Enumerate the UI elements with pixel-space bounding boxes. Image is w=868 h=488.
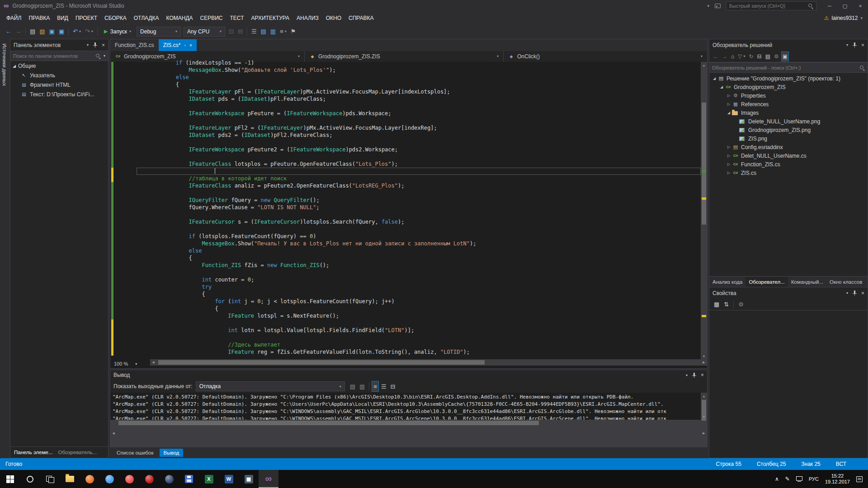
menu-item[interactable]: ОТЛАДКА [130, 13, 163, 23]
se-forward-button[interactable]: → [721, 52, 729, 61]
taskbar-save-app[interactable] [179, 470, 199, 488]
code-line[interactable]: MessageBox.Show("Печаль! У вас в Lots_Pl… [137, 240, 701, 247]
find-button[interactable]: ☰ [250, 26, 259, 37]
pin-icon[interactable] [692, 373, 697, 378]
code-line[interactable]: int lotn = lotspl.Value[lotspl.Fields.Fi… [137, 327, 701, 334]
code-line[interactable]: { [137, 254, 701, 262]
bookmark-button[interactable]: ⚑ [289, 26, 298, 37]
taskbar-word[interactable]: W [219, 470, 239, 488]
tree-item[interactable]: ◢▤Решение "Grodnogiprozem_ZIS" (проектов… [709, 74, 868, 83]
code-line[interactable]: if (indexLotsplos == -1) [137, 59, 701, 66]
code-line[interactable] [137, 117, 701, 124]
code-line[interactable]: try [137, 283, 701, 291]
code-line[interactable] [137, 168, 701, 175]
scroll-right-icon[interactable]: ▶ [701, 359, 707, 366]
editor-horizontal-scrollbar[interactable]: ◀ ▶ [150, 359, 707, 366]
scrollbar-track[interactable] [117, 420, 701, 447]
code-line[interactable] [137, 153, 701, 160]
tree-item[interactable]: Grodnogiprozem_ZIS.png [709, 126, 868, 134]
se-collapse-all-button[interactable]: ⊟ [756, 52, 763, 61]
code-line[interactable]: IFeature reg = fZis.GetFeatureValueFild(… [137, 348, 701, 356]
code-line[interactable]: IQueryFilter fQuery = new QueryFilter(); [137, 197, 701, 204]
taskbar-browser-blue[interactable] [99, 470, 119, 488]
code-analysis-tab[interactable]: Анализ кода [709, 277, 745, 287]
tree-item[interactable]: ▷▤Config.esriaddinx [709, 143, 868, 151]
tab-zis[interactable]: ZIS.cs*▫× [159, 39, 197, 51]
open-file-button[interactable]: ▧ [38, 26, 47, 37]
tree-item[interactable]: Delete_NULL_UserName.png [709, 117, 868, 126]
se-preview-button[interactable]: ▣ [781, 52, 789, 61]
pin-icon[interactable] [93, 42, 98, 47]
data-sources-tab[interactable]: Источники данных [2, 43, 7, 86]
code-line[interactable]: IDataset pds = (IDataset)pFl.FeatureClas… [137, 95, 701, 103]
code-line[interactable] [137, 334, 701, 341]
class-view-tab[interactable]: Окно классов [826, 277, 865, 287]
taskbar-start[interactable] [0, 470, 20, 488]
platform-dropdown[interactable]: Any CPU ▾ [184, 27, 225, 37]
toolbox-item[interactable]: ▤Фрагмент HTML [10, 80, 108, 89]
zoom-control[interactable]: 100 % ▾ [110, 359, 150, 368]
save-button[interactable]: ▣ [47, 26, 57, 37]
clock[interactable]: 15:22 19.12.2017 [825, 473, 850, 485]
taskbar-file-explorer[interactable] [60, 470, 80, 488]
back-button[interactable]: ← [4, 26, 13, 37]
scroll-down-icon[interactable]: ▼ [701, 353, 707, 359]
se-back-button[interactable]: ← [712, 52, 720, 61]
menu-item[interactable]: ПРАВКА [25, 13, 53, 23]
code-line[interactable]: IFeatureWorkspace pFeuture2 = (IFeatureW… [137, 146, 701, 153]
account-area[interactable]: ⚠ laines9312 ▾ [824, 15, 868, 21]
menu-item[interactable]: СЕРВИС [197, 13, 226, 23]
expander-icon[interactable]: ▷ [726, 102, 732, 106]
server-explorer-tab[interactable]: Обозреватель... [58, 450, 97, 455]
code-line[interactable] [137, 139, 701, 146]
menu-item[interactable]: СПРАВКА [345, 13, 377, 23]
expander-icon[interactable]: ▷ [726, 171, 732, 175]
toolbox-item[interactable]: ▤Текст: D:\Проекты C#\Fi... [10, 89, 108, 99]
expander-icon[interactable]: ▷ [726, 154, 732, 158]
code-line[interactable]: IFeatureLayer pFl2 = (IFeatureLayer)pMx.… [137, 124, 701, 131]
start-debug-button[interactable]: ▶ Запуск ▾ [100, 26, 135, 37]
expander-icon[interactable]: ◢ [718, 85, 725, 89]
tree-item[interactable]: ◢Images [709, 108, 868, 117]
output-prev-message-button[interactable]: ▤ [348, 381, 357, 392]
hidden-icons-chevron-icon[interactable]: ∧ [775, 476, 779, 482]
code-line[interactable]: //Здесь вылетает [137, 341, 701, 348]
toolbox-tab[interactable]: Панель элеме... [14, 450, 53, 455]
taskbar-search[interactable] [20, 470, 40, 488]
se-show-all-files-button[interactable]: ▤ [764, 52, 772, 61]
taskbar-dark-app[interactable] [159, 470, 179, 488]
code-line[interactable]: else [137, 247, 701, 254]
scroll-left-icon[interactable]: ◀ [150, 359, 156, 366]
se-properties-button[interactable]: ⚙ [773, 52, 780, 61]
toolbox-group-header[interactable]: ◢ Общие [10, 61, 108, 70]
maximize-button[interactable]: ▢ [837, 0, 853, 12]
menu-item[interactable]: СБОРКА [101, 13, 130, 23]
property-pages-button[interactable]: ⚙ [736, 299, 745, 310]
scroll-left-icon[interactable]: ◀ [110, 420, 117, 447]
minimize-button[interactable]: ─ [822, 0, 837, 12]
notifications-chevron-icon[interactable]: ▾ [707, 4, 709, 8]
code-line[interactable] [137, 319, 701, 327]
code-line[interactable]: IFeatureClass analiz = pFeuture2.OpenFea… [137, 182, 701, 189]
taskbar-excel[interactable]: X [199, 470, 219, 488]
menu-item[interactable]: ПРОЕКТ [72, 13, 101, 23]
indent-button[interactable]: ≡▾ [278, 26, 288, 37]
menu-item[interactable]: ВИД [53, 13, 72, 23]
menu-item[interactable]: ОКНО [322, 13, 345, 23]
redo-button[interactable]: ↷▾ [83, 26, 95, 37]
alphabetical-button[interactable]: ⇅ [722, 299, 731, 310]
expander-icon[interactable]: ◢ [726, 111, 732, 115]
tree-item[interactable]: ▷C#Delet_NULL_UserName.cs [709, 151, 868, 160]
scroll-up-icon[interactable]: ▲ [701, 393, 707, 399]
taskbar-opera[interactable] [139, 470, 159, 488]
uncomment-button[interactable]: ▥ [269, 26, 278, 37]
code-line[interactable]: MessageBox.Show("Добавьте слой 'Lots_Plo… [137, 66, 701, 74]
code-line[interactable]: Function_ZIS fZis = new Function_ZIS(); [137, 262, 701, 269]
toolbox-search-input[interactable]: Поиск по панели элементов ▾ [10, 51, 108, 61]
toolbox-item[interactable]: ↖Указатель [10, 70, 108, 80]
code-line[interactable]: int counter = 0; [137, 276, 701, 283]
comment-button[interactable]: ▤ [259, 26, 268, 37]
code-line[interactable] [137, 211, 701, 218]
menu-item[interactable]: АРХИТЕКТУРА [247, 13, 293, 23]
code-line[interactable] [137, 225, 701, 233]
